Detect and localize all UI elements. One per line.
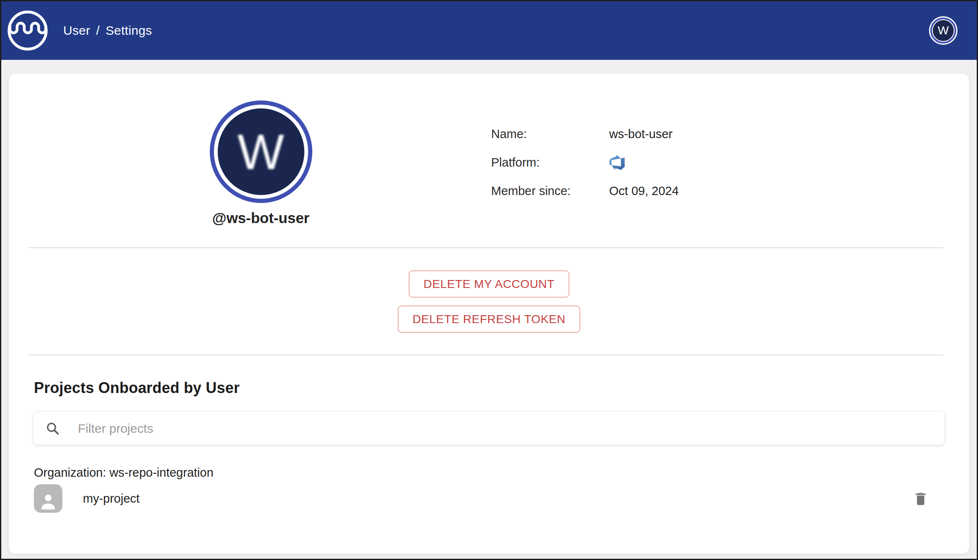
delete-account-button[interactable]: DELETE MY ACCOUNT [409, 270, 569, 298]
platform-label: Platform: [491, 156, 609, 170]
breadcrumb-separator: / [96, 23, 100, 38]
breadcrumb-user[interactable]: User [63, 23, 90, 38]
divider-profile [29, 247, 943, 248]
project-filter-box [33, 412, 945, 445]
divider-actions [29, 354, 943, 355]
settings-card: W @ws-bot-user Name: ws-bot-user Platfor… [9, 74, 969, 554]
delete-refresh-token-button[interactable]: DELETE REFRESH TOKEN [398, 306, 580, 333]
top-navigation-bar: User / Settings W [1, 1, 977, 60]
project-avatar [34, 484, 62, 513]
organization-label: Organization: ws-repo-integration [34, 466, 969, 480]
profile-info: Name: ws-bot-user Platform: [491, 120, 679, 226]
breadcrumb-settings: Settings [106, 23, 152, 38]
profile-username: @ws-bot-user [212, 210, 309, 226]
project-row[interactable]: my-project [34, 484, 929, 513]
breadcrumb: User / Settings [63, 23, 152, 38]
search-icon [45, 421, 60, 436]
name-value: ws-bot-user [609, 127, 673, 141]
info-row-platform: Platform: [491, 148, 679, 177]
member-since-value: Oct 09, 2024 [609, 184, 679, 198]
filter-projects-input[interactable] [77, 412, 945, 445]
project-name: my-project [83, 492, 139, 506]
header-avatar-letter: W [938, 24, 949, 37]
info-row-member-since: Member since: Oct 09, 2024 [491, 177, 679, 205]
profile-avatar: W [210, 100, 312, 203]
user-settings-page: User / Settings W W @ws-bot-user [0, 0, 978, 560]
app-logo-wave-icon[interactable] [6, 9, 49, 52]
person-icon [39, 492, 58, 511]
profile-avatar-letter: W [237, 123, 284, 180]
account-actions: DELETE MY ACCOUNT DELETE REFRESH TOKEN [9, 270, 969, 333]
delete-project-button[interactable] [912, 489, 929, 508]
trash-icon [913, 490, 929, 507]
info-row-name: Name: ws-bot-user [491, 120, 679, 148]
azure-devops-icon [609, 155, 625, 170]
name-label: Name: [491, 127, 609, 141]
header-user-avatar[interactable]: W [929, 16, 957, 45]
member-since-label: Member since: [491, 184, 609, 198]
projects-section-title: Projects Onboarded by User [34, 379, 969, 397]
profile-section: W @ws-bot-user Name: ws-bot-user Platfor… [9, 74, 969, 226]
platform-value [609, 155, 625, 170]
